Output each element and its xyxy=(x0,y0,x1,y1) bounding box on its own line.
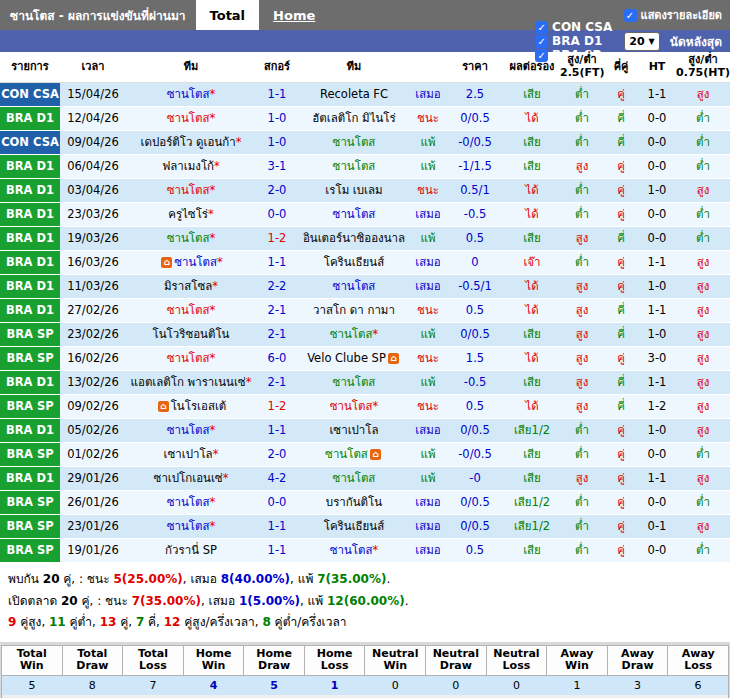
team-name: ซานโตส xyxy=(330,543,373,557)
odd-even-cell: คู่ xyxy=(604,419,638,443)
home-team: แอตเลติโก พาราเนนเซ่* xyxy=(126,371,256,395)
match-date: 19/03/26 xyxy=(60,227,126,251)
odds-cell: -0/0.5 xyxy=(446,131,504,155)
odd-even-cell: คี่ xyxy=(604,107,638,131)
column-header: เวลา xyxy=(60,52,126,83)
summary-segment: 12 xyxy=(164,615,181,629)
match-row: CON CSA09/04/26เดปอร์ติโว ดูเอนก้า*1-0ซา… xyxy=(0,131,730,155)
handicap-result-cell: ได้ xyxy=(504,107,560,131)
tab-home[interactable]: Home xyxy=(259,0,329,30)
team-name: ซานโตส xyxy=(167,423,210,437)
result-cell: ชนะ xyxy=(410,347,446,371)
ht-score-cell: 0-0 xyxy=(638,491,676,515)
away-team: ซานโตส xyxy=(298,467,410,491)
odd-even-cell: คู่ xyxy=(604,443,638,467)
team-name: เดปอร์ติโว ดูเอนก้า xyxy=(141,135,236,149)
column-header: สูง/ต่ำ 0.75(HT) xyxy=(676,52,730,83)
over-under-ht-cell: สูง xyxy=(676,179,730,203)
away-team: ซานโตส xyxy=(298,275,410,299)
odds-cell: -0.5 xyxy=(446,203,504,227)
match-score: 4-2 xyxy=(256,467,298,491)
result-cell: ชนะ xyxy=(410,107,446,131)
ht-score-cell: 1-0 xyxy=(638,419,676,443)
ht-score-cell: 0-0 xyxy=(638,443,676,467)
match-score: 0-0 xyxy=(256,491,298,515)
over-under-ft-cell: ต่ำ xyxy=(560,515,604,539)
over-under-ht-cell: ต่ำ xyxy=(676,491,730,515)
handicap-result-cell: เสีย xyxy=(504,371,560,395)
league-filter-bra-d1[interactable]: ✓BRA D1 xyxy=(535,34,612,48)
tab-total-label: Total xyxy=(210,8,246,23)
league-badge: BRA D1 xyxy=(0,275,60,299)
team-name: ซานโตส xyxy=(167,351,210,365)
team-name: Velo Clube SP xyxy=(307,351,386,365)
ht-score-cell: 0-0 xyxy=(638,227,676,251)
stats-value-cell: 0 xyxy=(486,676,547,696)
summary-segment: . xyxy=(405,594,409,608)
stats-header-cell: Total Draw xyxy=(62,645,123,675)
summary-segment: 8(40.00%) xyxy=(221,572,290,586)
league-badge: BRA D1 xyxy=(0,299,60,323)
summary-segment: 13 xyxy=(100,615,117,629)
league-filter-con-csa[interactable]: ✓CON CSA xyxy=(535,20,612,34)
team-name: มิราสโซล xyxy=(164,279,212,293)
summary-segment: 5(25.00%) xyxy=(113,572,182,586)
odds-cell: 0/0.5 xyxy=(446,491,504,515)
team-name: ซานโตส xyxy=(333,279,376,293)
handicap-result-cell: เสีย xyxy=(504,227,560,251)
match-date: 09/04/26 xyxy=(60,131,126,155)
over-under-ft-cell: สูง xyxy=(560,467,604,491)
tab-total[interactable]: Total xyxy=(196,0,260,30)
team-name: ซานโตส xyxy=(174,255,217,269)
summary-segment: คู่ต่ำ/ครึ่งเวลา xyxy=(271,615,347,629)
match-score: 1-1 xyxy=(256,83,298,107)
favorite-star-icon: * xyxy=(210,111,216,125)
favorite-star-icon: * xyxy=(217,255,223,269)
team-name: แอตเลติโก พาราเนนเซ่ xyxy=(131,375,246,389)
match-count-value: 20 xyxy=(629,34,644,49)
match-score: 2-0 xyxy=(256,443,298,467)
match-row: BRA SP23/02/26โนโวริซอนติโน2-1ซานโตส*แพ้… xyxy=(0,323,730,347)
ht-score-cell: 0-0 xyxy=(638,107,676,131)
details-checkbox[interactable]: ✓ xyxy=(624,9,637,22)
league-filter-label: CON CSA xyxy=(552,20,612,34)
result-cell: เสมอ xyxy=(410,491,446,515)
handicap-result-cell: ได้ xyxy=(504,275,560,299)
over-under-ht-cell: สูง xyxy=(676,299,730,323)
team-name: ซาเปโกเอนเซ่ xyxy=(154,471,223,485)
result-cell: ชนะ xyxy=(410,299,446,323)
home-team: ซานโตส* xyxy=(126,83,256,107)
over-under-ht-cell: ต่ำ xyxy=(676,227,730,251)
over-under-ht-cell: ต่ำ xyxy=(676,539,730,563)
over-under-ft-cell: ต่ำ xyxy=(560,539,604,563)
summary-segment: คู่, xyxy=(116,615,135,629)
odd-even-cell: คู่ xyxy=(604,347,638,371)
away-team: เรโม เบเลม xyxy=(298,179,410,203)
handicap-result-cell: เสีย1/2 xyxy=(504,419,560,443)
column-header: ทีม xyxy=(126,52,256,83)
result-cell: เสมอ xyxy=(410,275,446,299)
home-team: ฟลาเมงโก้* xyxy=(126,155,256,179)
column-header xyxy=(410,52,446,83)
over-under-ht-cell: สูง xyxy=(676,347,730,371)
odd-even-cell: คู่ xyxy=(604,179,638,203)
match-count-select[interactable]: 20 ▼ xyxy=(624,32,659,51)
summary-segment: พบกัน xyxy=(8,572,43,586)
match-row: BRA SP26/01/26ซานโตส*0-0บรากันติโนเสมอ0/… xyxy=(0,491,730,515)
team-name: โครินเธียนส์ xyxy=(324,255,384,269)
stats-header-cell: Neutral Loss xyxy=(486,645,547,675)
summary-segment: , เสมอ xyxy=(201,594,239,608)
match-row: BRA SP19/01/26กัวรานี่ SP1-1ซานโตส*เสมอ0… xyxy=(0,539,730,563)
results-table: รายการเวลาทีมสกอร์ทีมราคาผลต่อรองสูง/ต่ำ… xyxy=(0,52,730,563)
stats-header-cell: Away Win xyxy=(547,645,608,675)
favorite-star-icon: * xyxy=(373,543,379,557)
stats-header-cell: Away Loss xyxy=(668,645,729,675)
match-row: BRA D112/04/26ซานโตส*1-0ฮัตเลติโก มิไนโร… xyxy=(0,107,730,131)
over-under-ft-cell: สูง xyxy=(560,323,604,347)
over-under-ht-cell: สูง xyxy=(676,323,730,347)
over-under-ht-cell: สูง xyxy=(676,83,730,107)
away-team: โครินเธียนส์ xyxy=(298,515,410,539)
team-name: ซานโตส xyxy=(330,327,373,341)
summary-segment: , แพ้ xyxy=(290,572,317,586)
team-name: ซานโตส xyxy=(330,399,373,413)
